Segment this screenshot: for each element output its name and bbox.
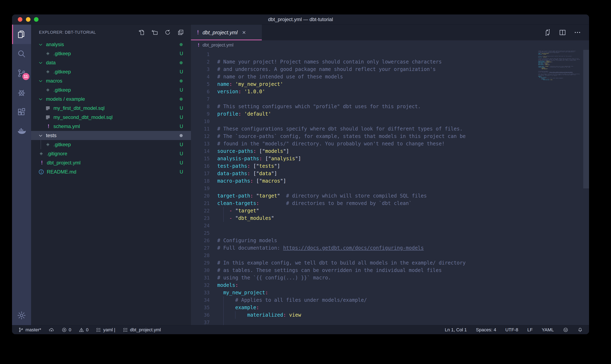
tree-file-dbt-project-yml[interactable]: !dbt_project.ymlU — [31, 158, 191, 167]
line-number: 2 — [191, 58, 210, 65]
ellipsis-icon[interactable] — [574, 29, 581, 36]
status-item-language-mode[interactable]: YAML — [542, 327, 554, 333]
explorer-actions — [138, 29, 184, 36]
line-number: 32 — [191, 282, 210, 289]
tree-file-my-first-dbt-model-sql[interactable]: my_first_dbt_model.sqlU — [31, 104, 191, 113]
activity-item-extensions[interactable] — [12, 102, 31, 122]
tree-item-label: my_second_dbt_model.sql — [54, 114, 113, 120]
tree-folder-tests[interactable]: tests — [31, 131, 191, 140]
git-untracked-badge: U — [180, 124, 183, 129]
line-number: 28 — [191, 252, 210, 259]
editor-scrollbar[interactable] — [583, 50, 589, 188]
git-file-icon — [44, 87, 51, 93]
checklist-icon — [123, 327, 128, 333]
line-number: 20 — [191, 192, 210, 200]
code-line-35: 35 example: — [191, 304, 533, 311]
status-item-publish[interactable] — [49, 327, 54, 333]
tree-file-schema-yml[interactable]: !schema.ymlU — [31, 122, 191, 131]
line-number: 31 — [191, 274, 210, 282]
tab-label: dbt_project.yml — [203, 30, 238, 36]
tree-folder-models-example[interactable]: models / example — [31, 94, 191, 104]
folder-changes-dot — [180, 134, 183, 137]
tree-item-label: dbt_project.yml — [47, 160, 81, 166]
compare-icon[interactable] — [544, 29, 551, 36]
minimap[interactable]: # Name your project! Project names shoul… — [538, 50, 583, 81]
tree-item-label: data — [46, 60, 56, 65]
explorer-header: EXPLORER: DBT-TUTORIAL — [31, 25, 191, 40]
warning-icon — [79, 327, 84, 333]
git-file-icon — [38, 151, 45, 156]
close-button[interactable] — [18, 17, 22, 22]
tree-file--gitkeep[interactable]: .gitkeepU — [31, 85, 191, 94]
breadcrumb[interactable]: ! dbt_project.yml — [191, 40, 589, 50]
status-item-warnings[interactable]: 0 — [79, 327, 88, 333]
tree-item-label: .gitkeep — [54, 51, 71, 56]
yaml-bang-icon: ! — [196, 29, 200, 36]
activity-item-settings[interactable] — [12, 306, 31, 325]
line-number: 6 — [191, 88, 210, 95]
collapse-all-icon[interactable] — [178, 29, 184, 36]
minimize-button[interactable] — [26, 17, 30, 22]
activity-bar: 11 — [12, 25, 31, 325]
tree-file-my-second-dbt-model-sql[interactable]: my_second_dbt_model.sqlU — [31, 113, 191, 122]
status-item-errors[interactable]: 0 — [61, 327, 71, 333]
tree-folder-analysis[interactable]: analysis — [31, 40, 191, 49]
code-line-37: 37 — [191, 319, 533, 325]
folder-changes-dot — [180, 61, 183, 64]
git-untracked-badge: U — [180, 69, 183, 75]
cloud-upload-icon — [49, 327, 54, 333]
status-bar: master*00yaml |dbt_project.yml Ln 1, Col… — [12, 325, 589, 334]
zoom-button[interactable] — [34, 17, 39, 22]
status-item-dbt-yaml[interactable]: yaml | — [96, 327, 115, 333]
git-untracked-badge: U — [180, 142, 183, 147]
code-line-1: 1 — [191, 51, 533, 58]
new-folder-icon[interactable] — [152, 29, 158, 36]
activity-item-debug[interactable] — [12, 83, 31, 102]
file-tree: analysis.gitkeepUdata.gitkeepUmacros.git… — [31, 40, 191, 325]
readme-info-icon — [38, 169, 45, 175]
status-item-cursor-position[interactable]: Ln 1, Col 1 — [445, 327, 467, 333]
code-line-8: 8# This setting configures which "profil… — [191, 103, 533, 110]
status-item-encoding[interactable]: UTF-8 — [505, 327, 518, 333]
bell-icon — [577, 327, 583, 333]
split-editor-icon[interactable] — [559, 29, 566, 36]
code-editor[interactable]: 12# Name your project! Project names sho… — [191, 50, 589, 325]
status-item-git-branch[interactable]: master* — [18, 327, 41, 333]
status-item-eol[interactable]: LF — [527, 327, 533, 333]
line-number: 33 — [191, 289, 210, 296]
tree-file--gitignore[interactable]: .gitignoreU — [31, 149, 191, 158]
tab-dbt-project-yml[interactable]: ! dbt_project.yml × — [191, 25, 262, 40]
sql-file-icon — [44, 114, 51, 120]
line-number: 25 — [191, 229, 210, 237]
activity-item-search[interactable] — [12, 44, 31, 64]
tree-folder-data[interactable]: data — [31, 58, 191, 67]
activity-item-docker[interactable] — [12, 122, 31, 141]
line-number: 4 — [191, 73, 210, 80]
folder-changes-dot — [180, 98, 183, 101]
code-line-10: 10 — [191, 118, 533, 125]
status-item-notifications[interactable] — [577, 327, 583, 333]
code-line-28: 28 — [191, 252, 533, 259]
status-item-indentation[interactable]: Spaces: 4 — [476, 327, 496, 333]
status-item-feedback[interactable] — [563, 327, 568, 333]
git-untracked-badge: U — [180, 51, 183, 56]
tree-folder-macros[interactable]: macros — [31, 76, 191, 85]
tree-file-readme-md[interactable]: README.mdU — [31, 167, 191, 176]
activity-item-source-control[interactable]: 11 — [12, 64, 31, 83]
code-line-36: 36 materialized: view — [191, 311, 533, 319]
git-untracked-badge: U — [180, 105, 183, 111]
line-number: 9 — [191, 110, 210, 118]
tree-file--gitkeep[interactable]: .gitkeepU — [31, 49, 191, 58]
refresh-icon[interactable] — [165, 29, 171, 36]
tab-close-icon[interactable]: × — [242, 29, 246, 36]
line-number: 11 — [191, 125, 210, 132]
chevron-down-icon — [37, 96, 44, 102]
tree-file--gitkeep[interactable]: .gitkeepU — [31, 67, 191, 76]
new-file-icon[interactable] — [138, 29, 145, 36]
activity-item-explorer[interactable] — [12, 25, 31, 44]
status-item-dbt-project-file[interactable]: dbt_project.yml — [123, 327, 161, 333]
code-lines: 12# Name your project! Project names sho… — [191, 51, 533, 325]
line-number: 13 — [191, 140, 210, 147]
tree-file--gitkeep[interactable]: .gitkeepU — [31, 140, 191, 149]
line-number: 7 — [191, 95, 210, 103]
